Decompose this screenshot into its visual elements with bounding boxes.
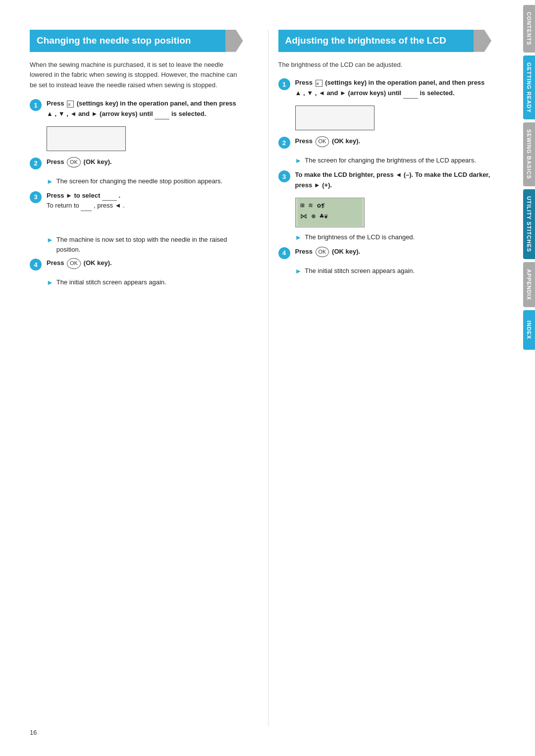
- right-section-header: Adjusting the brightness of the LCD: [278, 30, 492, 52]
- svg-text:⋈ ⊛ ♣❦: ⋈ ⊛ ♣❦: [300, 212, 328, 220]
- right-step-2-number: 2: [278, 137, 290, 149]
- right-lcd-display-1: [295, 106, 374, 130]
- svg-text:⊞ ≋ ✿❡: ⊞ ≋ ✿❡: [300, 201, 325, 209]
- right-column: Adjusting the brightness of the LCD The …: [268, 30, 492, 726]
- right-lcd-image: ⊞ ≋ ✿❡ ⋈ ⊛ ♣❦: [295, 198, 365, 227]
- right-step-1-number: 1: [278, 78, 290, 90]
- right-step-2-bullet: ► The screen for changing the brightness…: [295, 156, 492, 166]
- left-step-2-number: 2: [30, 158, 42, 169]
- right-step-2: 2 Press OK (OK key).: [278, 136, 492, 149]
- right-step-2-content: Press OK (OK key).: [295, 136, 492, 147]
- right-step-1: 1 Press (settings key) in the operation …: [278, 78, 492, 99]
- left-step-2-content: Press OK (OK key).: [47, 157, 243, 168]
- bullet-arrow-icon-2: ►: [47, 235, 54, 245]
- sidebar-tab-index[interactable]: INDEX: [523, 310, 535, 350]
- left-step-4: 4 Press OK (OK key).: [30, 258, 243, 270]
- right-step-4: 4 Press OK (OK key).: [278, 247, 492, 259]
- left-step-2-bullet: ► The screen for changing the needle sto…: [47, 176, 243, 187]
- lcd-svg: ⊞ ≋ ✿❡ ⋈ ⊛ ♣❦: [298, 199, 362, 226]
- bullet-arrow-icon-r3: ►: [295, 232, 302, 243]
- right-step-1-content: Press (settings key) in the operation pa…: [295, 78, 492, 99]
- left-step-3-number: 3: [30, 191, 42, 203]
- right-step-4-content: Press OK (OK key).: [295, 247, 492, 258]
- ok-key-left-4: OK: [67, 258, 81, 269]
- left-section-header: Changing the needle stop position: [30, 30, 243, 52]
- sidebar-tab-utility-stitches[interactable]: UTILITY STITCHES: [523, 189, 535, 259]
- main-content: Changing the needle stop position When t…: [0, 0, 535, 756]
- page-number: 16: [30, 729, 37, 736]
- page-body: Changing the needle stop position When t…: [0, 0, 511, 756]
- bullet-arrow-icon-r2: ►: [295, 156, 302, 166]
- sidebar-tab-contents[interactable]: CONTENTS: [523, 5, 535, 53]
- left-lcd-display-1: [47, 126, 126, 151]
- right-section-arrow: [474, 30, 491, 52]
- left-step-1-content: Press (settings key) in the operation pa…: [47, 99, 243, 119]
- right-intro-text: The brightness of the LCD can be adjuste…: [278, 60, 492, 70]
- left-column: Changing the needle stop position When t…: [30, 30, 253, 726]
- left-step-3-bullet: ► The machine is now set to stop with th…: [47, 235, 243, 254]
- settings-icon-1: [67, 101, 74, 108]
- right-step-3-bullet: ► The brightness of the LCD is changed.: [295, 232, 492, 243]
- left-intro-text: When the sewing machine is purchased, it…: [30, 60, 243, 91]
- settings-icon-right-1: [316, 80, 322, 87]
- left-section-arrow: [225, 30, 243, 52]
- sidebar-tab-sewing-basics[interactable]: SEWING BASICS: [523, 122, 535, 186]
- left-step-3-content: Press ► to select . To return to , press…: [47, 191, 243, 212]
- left-step-4-number: 4: [30, 259, 42, 270]
- left-step-4-bullet: ► The initial stitch screen appears agai…: [47, 277, 243, 288]
- right-step-3: 3 To make the LCD brighter, press ◄ (–).…: [278, 170, 492, 191]
- right-step-3-number: 3: [278, 170, 290, 182]
- right-step-4-number: 4: [278, 247, 290, 259]
- left-step-2: 2 Press OK (OK key).: [30, 157, 243, 169]
- left-step-1-number: 1: [30, 99, 42, 111]
- left-step-1: 1 Press (settings key) in the operation …: [30, 99, 243, 119]
- ok-key-right-2: OK: [316, 136, 329, 147]
- left-step-4-content: Press OK (OK key).: [47, 258, 243, 269]
- left-section-title: Changing the needle stop position: [30, 30, 226, 52]
- bullet-arrow-icon: ►: [47, 176, 54, 187]
- right-step-4-bullet: ► The initial stitch screen appears agai…: [295, 266, 492, 276]
- bullet-arrow-icon-r4: ►: [295, 266, 302, 276]
- sidebar-tab-appendix[interactable]: APPENDIX: [523, 262, 535, 307]
- left-step-3: 3 Press ► to select . To return to , pre…: [30, 191, 243, 212]
- right-step-3-content: To make the LCD brighter, press ◄ (–). T…: [295, 170, 492, 191]
- ok-key-right-4: OK: [316, 247, 329, 258]
- ok-key-left-2: OK: [67, 157, 81, 168]
- sidebar-nav: CONTENTS GETTING READY SEWING BASICS UTI…: [511, 0, 535, 756]
- sidebar-tab-getting-ready[interactable]: GETTING READY: [523, 55, 535, 120]
- right-section-title: Adjusting the brightness of the LCD: [278, 30, 475, 52]
- bullet-arrow-icon-3: ►: [47, 277, 54, 288]
